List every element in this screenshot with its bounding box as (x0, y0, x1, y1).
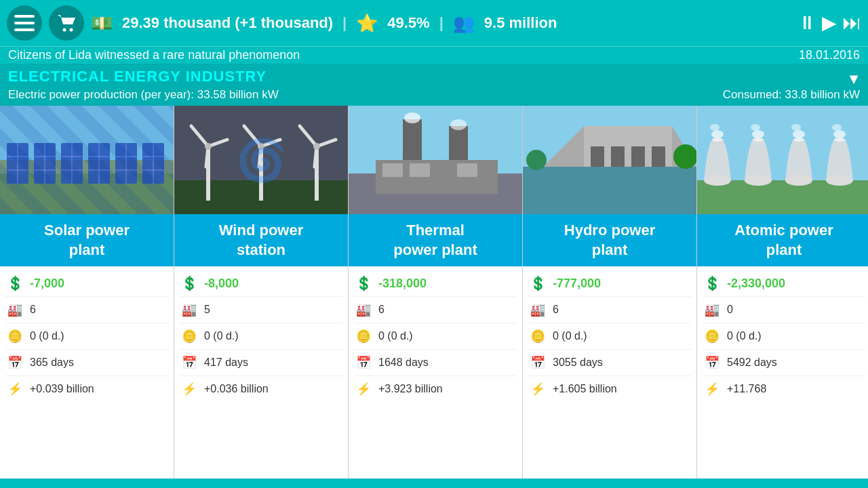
buildings-row: 5 (180, 297, 342, 323)
income-value: 0 (0 d.) (204, 330, 239, 342)
coin-stat-icon (528, 327, 547, 346)
output-row: +3.923 billion (354, 376, 517, 402)
fastforward-button[interactable]: ⏭ (842, 14, 861, 33)
cart-button[interactable] (49, 5, 84, 41)
buildings-value: 6 (30, 304, 36, 316)
svg-point-78 (751, 124, 760, 131)
svg-rect-28 (142, 143, 164, 184)
output-value: +0.039 billion (30, 383, 94, 395)
svg-rect-2 (14, 28, 35, 31)
cost-value: -777,000 (553, 277, 601, 291)
card-stats-thermal: -318,000 6 0 (0 d.) 1648 days +3.923 bil… (349, 266, 522, 479)
days-value: 365 days (30, 357, 74, 369)
svg-point-73 (711, 130, 724, 138)
card-label-atomic: Atomic powerplant (697, 214, 868, 266)
cost-value: -8,000 (204, 277, 239, 291)
svg-point-86 (832, 124, 842, 131)
svg-point-3 (63, 28, 66, 32)
lightning-stat-icon (5, 380, 24, 399)
buildings-value: 0 (727, 304, 733, 316)
svg-rect-6 (0, 160, 174, 214)
money-icon: 💵 (91, 13, 113, 34)
money-stat-icon (703, 274, 722, 293)
building-stat-icon (703, 300, 722, 319)
card-atomic[interactable]: Atomic powerplant -2,330,000 0 0 (0 d.) … (697, 106, 868, 479)
svg-rect-24 (115, 143, 137, 184)
svg-rect-63 (591, 146, 604, 167)
money-stat-icon (5, 274, 24, 293)
svg-point-48 (313, 143, 320, 150)
days-row: 3055 days (528, 350, 691, 376)
days-row: 5492 days (703, 350, 865, 376)
building-stat-icon (528, 300, 547, 319)
svg-point-4 (70, 28, 73, 32)
svg-line-42 (259, 146, 261, 167)
svg-rect-20 (88, 143, 110, 184)
svg-rect-5 (0, 106, 174, 214)
svg-rect-1 (14, 22, 35, 24)
days-row: 1648 days (354, 350, 517, 376)
play-button[interactable]: ▶ (822, 14, 837, 33)
svg-point-77 (752, 130, 764, 138)
lightning-stat-icon (703, 380, 722, 399)
svg-point-54 (450, 119, 467, 130)
output-row: +11.768 (703, 376, 865, 402)
card-image-wind (174, 106, 348, 214)
lightning-stat-icon (354, 380, 373, 399)
buildings-value: 5 (204, 304, 210, 316)
output-row: +0.039 billion (5, 376, 168, 402)
svg-point-38 (205, 143, 212, 150)
income-row: 0 (0 d.) (528, 323, 691, 350)
money-value: 29.39 thousand (+1 thousand) (122, 14, 333, 32)
card-label-thermal: Thermalpower plant (349, 214, 522, 266)
money-stat-icon (180, 274, 199, 293)
industry-title: ELECTRICAL ENERGY INDUSTRY (8, 68, 860, 85)
svg-rect-0 (14, 15, 35, 18)
card-image-atomic (697, 106, 868, 214)
calendar-stat-icon (180, 353, 199, 372)
svg-point-53 (404, 113, 420, 123)
svg-rect-12 (34, 143, 56, 184)
card-image-thermal (349, 106, 522, 214)
cost-value: -7,000 (30, 277, 64, 291)
output-value: +11.768 (727, 383, 766, 395)
days-row: 417 days (180, 350, 342, 376)
consumed-stat: Consumed: 33.8 billion kW (723, 88, 860, 102)
card-hydro[interactable]: Hydro powerplant -777,000 6 0 (0 d.) 305… (523, 106, 697, 479)
chevron-down-icon[interactable]: ▼ (846, 70, 861, 88)
news-bar: Citizens of Lida witnessed a rare natura… (0, 46, 868, 64)
lightning-stat-icon (528, 380, 547, 399)
coin-stat-icon (703, 327, 722, 346)
svg-rect-65 (631, 146, 645, 167)
news-headline: Citizens of Lida witnessed a rare natura… (8, 48, 300, 62)
income-value: 0 (0 d.) (378, 330, 413, 342)
cost-row: -7,000 (5, 270, 168, 297)
playback-controls: ⏸ ▶ ⏭ (797, 14, 861, 33)
card-label-wind: Wind powerstation (174, 214, 348, 266)
svg-rect-58 (457, 163, 477, 177)
calendar-stat-icon (354, 353, 373, 372)
income-row: 0 (0 d.) (354, 323, 517, 350)
output-row: +1.605 billion (528, 376, 691, 402)
production-stat: Electric power production (per year): 33… (8, 88, 279, 102)
days-value: 3055 days (553, 357, 603, 369)
building-stat-icon (180, 300, 199, 319)
pause-button[interactable]: ⏸ (797, 14, 816, 33)
svg-line-41 (261, 140, 280, 146)
card-thermal[interactable]: Thermalpower plant -318,000 6 0 (0 d.) 1… (349, 106, 523, 479)
buildings-row: 6 (354, 297, 517, 323)
menu-button[interactable] (7, 5, 42, 41)
money-stat-icon (354, 274, 373, 293)
card-label-hydro: Hydro powerplant (523, 214, 696, 266)
industry-header: ELECTRICAL ENERGY INDUSTRY Electric powe… (0, 64, 868, 106)
svg-rect-64 (611, 146, 625, 167)
svg-rect-57 (410, 163, 430, 177)
svg-rect-60 (523, 167, 696, 214)
svg-rect-56 (382, 163, 403, 177)
days-value: 5492 days (727, 357, 777, 369)
buildings-row: 6 (528, 297, 691, 323)
card-solar[interactable]: Solar powerplant -7,000 6 0 (0 d.) 365 d… (0, 106, 174, 479)
cost-row: -777,000 (528, 270, 691, 297)
card-wind[interactable]: Wind powerstation -8,000 5 0 (0 d.) 417 … (174, 106, 349, 479)
people-icon: 👥 (453, 13, 475, 34)
